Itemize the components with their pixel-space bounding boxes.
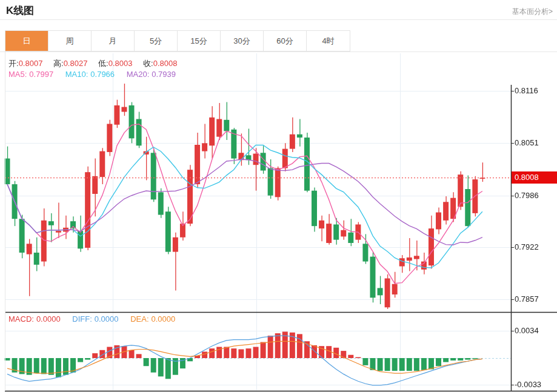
dea-label: DEA: <box>130 314 148 324</box>
page-title: K线图 <box>6 4 34 18</box>
open-readout: 开:0.8007 <box>8 59 42 68</box>
tab-period-1[interactable]: 周 <box>48 31 92 51</box>
price-axis-label: 0.7986 <box>515 191 539 200</box>
diff-value: 0.0000 <box>95 314 119 324</box>
macd-axis-label: -0.0033 <box>515 380 541 389</box>
close-readout: 收:0.8008 <box>143 59 177 68</box>
macd-readout: MACD:0.0000 DIFF:0.0000 DEA:0.0000 <box>8 314 185 324</box>
ma20-readout: MA20:0.7939 <box>127 70 176 79</box>
low-readout: 低:0.8003 <box>98 59 132 68</box>
close-value: 0.8008 <box>153 59 178 68</box>
tab-period-5[interactable]: 30分 <box>221 31 264 51</box>
open-value: 0.8007 <box>19 59 43 68</box>
macd-label: MACD: <box>8 314 34 324</box>
tab-period-7[interactable]: 4时 <box>307 31 350 51</box>
ma-readout: MA5:0.7997 MA10:0.7966 MA20:0.7939 <box>8 70 185 79</box>
price-axis-label: 0.7857 <box>515 294 539 304</box>
macd-value: 0.0000 <box>36 314 61 324</box>
tab-period-0[interactable]: 日 <box>5 31 48 51</box>
ma5-label: MA5: <box>8 70 27 79</box>
price-axis-label: 0.7922 <box>515 242 539 251</box>
tabbar-underline <box>0 51 557 52</box>
diff-value-readout: DIFF:0.0000 <box>72 314 118 324</box>
low-value: 0.8003 <box>108 59 133 68</box>
close-label: 收: <box>143 59 153 68</box>
price-axis-label: 0.8051 <box>515 138 539 147</box>
tab-period-3[interactable]: 5分 <box>135 31 178 51</box>
dea-value-readout: DEA:0.0000 <box>130 314 175 324</box>
last-price-badge: 0.8008 <box>512 171 557 184</box>
macd-axis-label: 0.0034 <box>515 326 539 335</box>
tab-period-4[interactable]: 15分 <box>178 31 221 51</box>
low-label: 低: <box>98 59 108 68</box>
ohlc-readout: 开:0.8007 高:0.8027 低:0.8003 收:0.8008 <box>8 58 185 69</box>
ma20-value: 0.7939 <box>152 70 176 79</box>
ma10-label: MA10: <box>65 70 88 79</box>
tab-period-2[interactable]: 月 <box>92 31 135 51</box>
fundamental-analysis-link[interactable]: 基本面分析> <box>512 7 553 17</box>
diff-label: DIFF: <box>72 314 92 324</box>
macd-value-readout: MACD:0.0000 <box>8 314 61 324</box>
open-label: 开: <box>8 59 19 68</box>
ma10-value: 0.7966 <box>90 70 115 79</box>
ma5-readout: MA5:0.7997 <box>8 70 53 79</box>
ma5-value: 0.7997 <box>29 70 53 79</box>
ma20-label: MA20: <box>127 70 150 79</box>
title-divider <box>0 19 557 20</box>
tab-period-6[interactable]: 60分 <box>264 31 307 51</box>
price-axis-label: 0.8116 <box>515 86 538 95</box>
dea-value: 0.0000 <box>152 314 176 324</box>
high-readout: 高:0.8027 <box>53 59 87 68</box>
high-value: 0.8027 <box>64 59 88 68</box>
ma10-readout: MA10:0.7966 <box>65 70 115 79</box>
high-label: 高: <box>53 59 64 68</box>
period-tabbar: 日周月5分15分30分60分4时 <box>5 30 350 51</box>
